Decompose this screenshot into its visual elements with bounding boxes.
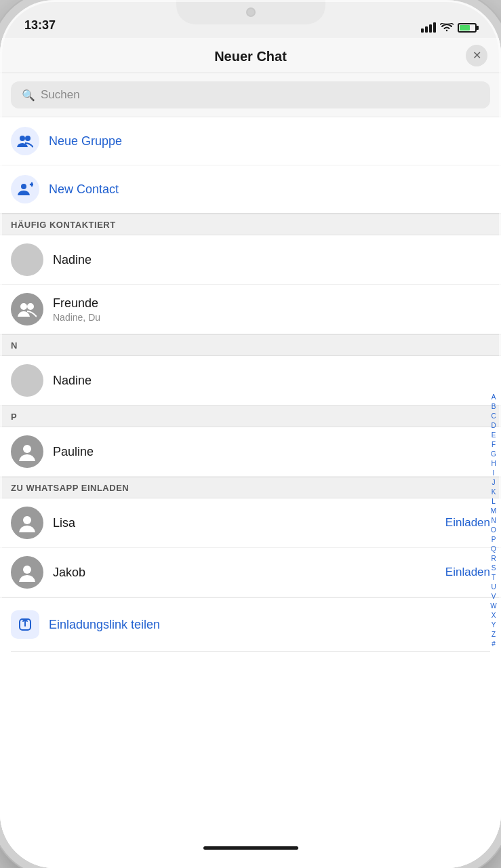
alpha-Y[interactable]: Y: [489, 620, 498, 630]
section-invite-title: ZU WHATSAPP EINLADEN: [11, 483, 129, 493]
contact-name: Nadine: [53, 374, 490, 388]
alpha-K[interactable]: K: [489, 488, 498, 497]
alpha-L[interactable]: L: [489, 497, 498, 507]
avatar: [11, 507, 43, 539]
avatar: [11, 556, 43, 589]
alpha-H[interactable]: H: [489, 459, 498, 469]
section-n-title: N: [11, 340, 18, 351]
neue-gruppe-label: Neue Gruppe: [49, 134, 122, 149]
section-haeufig: HÄUFIG KONTAKTIERT: [0, 214, 501, 235]
home-indicator: [0, 827, 501, 868]
alpha-R[interactable]: R: [489, 554, 498, 564]
status-time: 13:37: [24, 18, 56, 34]
add-contact-icon: [17, 182, 33, 197]
search-icon: 🔍: [22, 89, 35, 102]
group-icon: [17, 134, 33, 149]
group-icon-circle: [11, 127, 39, 155]
alpha-W[interactable]: W: [489, 601, 498, 611]
alpha-B[interactable]: B: [489, 402, 498, 412]
svg-point-8: [23, 516, 31, 524]
search-container: 🔍 Suchen: [0, 73, 501, 117]
section-invite: ZU WHATSAPP EINLADEN: [0, 477, 501, 498]
contact-nadine-n[interactable]: Nadine: [0, 356, 501, 406]
alpha-A[interactable]: A: [489, 393, 498, 402]
signal-icon: [421, 22, 436, 33]
contact-name: Nadine: [53, 253, 490, 267]
alpha-X[interactable]: X: [489, 611, 498, 620]
contact-name: Freunde: [53, 296, 490, 311]
close-button[interactable]: ✕: [466, 45, 487, 66]
section-p: P: [0, 406, 501, 427]
contact-sub: Nadine, Du: [53, 312, 490, 323]
home-bar: [203, 846, 298, 850]
invite-jakob-button[interactable]: Einladen: [445, 566, 490, 579]
alpha-E[interactable]: E: [489, 431, 498, 440]
contact-name: Pauline: [53, 445, 490, 459]
notch: [176, 0, 325, 24]
avatar: [11, 435, 43, 468]
svg-point-7: [23, 445, 31, 453]
alpha-S[interactable]: S: [489, 564, 498, 573]
contact-pauline[interactable]: Pauline: [0, 427, 501, 477]
contact-info: Nadine: [53, 253, 490, 267]
alpha-F[interactable]: F: [489, 440, 498, 450]
add-contact-icon-circle: [11, 175, 39, 203]
new-contact-label: New Contact: [49, 182, 119, 197]
alpha-J[interactable]: J: [489, 478, 498, 488]
bottom-divider: [11, 651, 490, 652]
section-p-title: P: [11, 412, 17, 422]
avatar: [11, 243, 43, 276]
front-camera: [246, 7, 256, 17]
header-title: Neuer Chat: [214, 49, 287, 64]
header: Neuer Chat ✕: [0, 38, 501, 73]
contact-name: Lisa: [53, 516, 436, 530]
phone-frame: 13:37 Neuer Ch: [0, 0, 501, 868]
close-icon: ✕: [473, 50, 481, 61]
contact-info: Jakob: [53, 566, 436, 580]
contact-info: Freunde Nadine, Du: [53, 296, 490, 323]
alpha-C[interactable]: C: [489, 412, 498, 421]
contacts-wrapper: HÄUFIG KONTAKTIERT Nadine: [0, 214, 501, 827]
section-haeufig-title: HÄUFIG KONTAKTIERT: [11, 220, 116, 230]
contact-lisa[interactable]: Lisa Einladen: [0, 498, 501, 548]
contact-info: Lisa: [53, 516, 436, 530]
alpha-P[interactable]: P: [489, 535, 498, 545]
app-content: Neuer Chat ✕ 🔍 Suchen: [0, 38, 501, 868]
action-items: Neue Gruppe New Contact: [0, 117, 501, 214]
alpha-hash[interactable]: #: [489, 639, 498, 649]
neue-gruppe-item[interactable]: Neue Gruppe: [0, 117, 501, 165]
alpha-M[interactable]: M: [489, 507, 498, 516]
share-icon: [18, 617, 33, 632]
search-placeholder: Suchen: [41, 88, 80, 102]
alpha-U[interactable]: U: [489, 583, 498, 592]
svg-point-5: [20, 303, 27, 310]
share-link-label: Einladungslink teilen: [49, 618, 160, 632]
alpha-Z[interactable]: Z: [489, 630, 498, 639]
share-link-section[interactable]: Einladungslink teilen: [0, 597, 501, 651]
alpha-O[interactable]: O: [489, 526, 498, 535]
svg-point-0: [20, 136, 25, 141]
alpha-N[interactable]: N: [489, 516, 498, 526]
svg-point-6: [27, 303, 34, 310]
contact-freunde[interactable]: Freunde Nadine, Du: [0, 285, 501, 334]
share-icon-circle: [11, 610, 39, 639]
alphabet-index: A B C D E F G H I J K L M N O P Q R S T: [489, 214, 498, 827]
contact-nadine-freq[interactable]: Nadine: [0, 235, 501, 285]
alpha-I[interactable]: I: [489, 469, 498, 478]
search-bar[interactable]: 🔍 Suchen: [11, 81, 490, 108]
alpha-D[interactable]: D: [489, 421, 498, 431]
svg-point-9: [23, 566, 31, 574]
contact-info: Nadine: [53, 374, 490, 388]
alpha-T[interactable]: T: [489, 573, 498, 583]
avatar: [11, 364, 43, 397]
invite-lisa-button[interactable]: Einladen: [445, 516, 490, 530]
status-icons: [421, 22, 477, 34]
alpha-Q[interactable]: Q: [489, 545, 498, 554]
contact-info: Pauline: [53, 445, 490, 459]
new-contact-item[interactable]: New Contact: [0, 165, 501, 213]
contact-jakob[interactable]: Jakob Einladen: [0, 548, 501, 597]
alpha-G[interactable]: G: [489, 450, 498, 459]
alpha-V[interactable]: V: [489, 592, 498, 601]
svg-point-1: [25, 136, 31, 141]
section-n: N: [0, 334, 501, 356]
